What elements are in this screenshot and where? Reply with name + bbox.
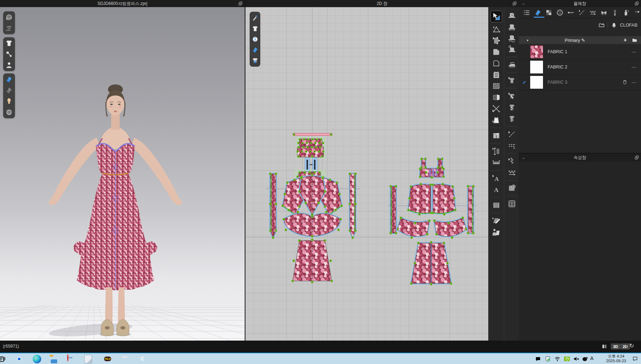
- texture-tool[interactable]: [507, 114, 516, 123]
- fabric-1-menu[interactable]: ⋯: [631, 49, 637, 55]
- topstitch-tab-icon[interactable]: [578, 9, 586, 16]
- fabric-texture-icon[interactable]: [5, 76, 13, 83]
- delete-fabric-icon[interactable]: [622, 79, 628, 85]
- notification-center-icon[interactable]: [632, 356, 638, 362]
- pattern-piece-side-strip-left[interactable]: [269, 173, 277, 239]
- quilting-tool[interactable]: [507, 199, 516, 208]
- zipper-tab-icon[interactable]: [611, 9, 619, 16]
- flattening-pen-tool[interactable]: [492, 216, 501, 225]
- needle-tool-icon[interactable]: [252, 15, 259, 21]
- edit-sewing-tool[interactable]: [507, 11, 516, 20]
- fabric-2-menu[interactable]: ⋯: [631, 64, 637, 70]
- object-browser-titlebar[interactable]: → 물체창: [519, 0, 641, 7]
- clofab-bell-icon[interactable]: [611, 22, 617, 28]
- spray-tab-icon[interactable]: [622, 9, 630, 16]
- garment-settings-icon[interactable]: [5, 24, 13, 32]
- lock-pattern-icon[interactable]: [252, 57, 259, 64]
- fabric-row-3[interactable]: ✓ FABRIC 3 ⋯: [519, 75, 641, 90]
- float-window-icon[interactable]: [238, 1, 243, 6]
- shirring-tab-icon[interactable]: [589, 9, 597, 16]
- split-view-icon[interactable]: [601, 343, 608, 349]
- pattern-piece-bodice-cluster-upper[interactable]: [296, 137, 326, 159]
- float-window-icon[interactable]: [512, 1, 517, 6]
- pattern-outline-tool[interactable]: [492, 116, 501, 125]
- add-pattern-tool[interactable]: [507, 184, 516, 193]
- avatar-3d[interactable]: [21, 82, 210, 338]
- scene-list-icon[interactable]: [523, 9, 531, 16]
- create-polygon-tool[interactable]: [492, 59, 501, 68]
- pattern-piece-skirt-center-front[interactable]: [298, 173, 326, 216]
- free-sewing-tool[interactable]: [507, 33, 516, 42]
- pattern-piece-back-bodice[interactable]: [419, 158, 445, 179]
- notepad-icon[interactable]: [84, 355, 92, 363]
- toolbar-scroll-arrows[interactable]: ◂ ▸: [635, 9, 640, 14]
- fabric-3-menu[interactable]: ⋯: [631, 79, 637, 85]
- pattern-piece-back-flounce-left[interactable]: [396, 217, 431, 239]
- fuse-iron-tool[interactable]: [507, 60, 516, 69]
- pattern-piece-back-skirt-panel-left[interactable]: [407, 183, 432, 216]
- tray-wifi-icon[interactable]: [554, 355, 561, 362]
- clofab-label[interactable]: CLOFAB: [620, 23, 637, 28]
- taskbar-clock[interactable]: 오후 4:24 2025-09-23: [600, 354, 632, 363]
- trim-bow-tab-icon[interactable]: [600, 9, 608, 16]
- taskbar-input-icon[interactable]: [0, 355, 6, 363]
- dock-arrow-icon[interactable]: →: [521, 1, 525, 6]
- property-window-header[interactable]: → 속성창: [519, 153, 641, 161]
- dart-tool[interactable]: [492, 93, 501, 102]
- pattern-piece-lower-skirt-back[interactable]: [410, 241, 452, 286]
- create-pattern-tool[interactable]: [492, 48, 501, 56]
- 3d-viewport[interactable]: [0, 7, 245, 341]
- simulation-cube-icon[interactable]: [5, 13, 13, 21]
- transform-pattern-tool[interactable]: [490, 11, 502, 22]
- float-window-icon[interactable]: [634, 155, 639, 160]
- show-avatar-icon[interactable]: [5, 61, 13, 69]
- edit-pattern-tool[interactable]: [492, 25, 501, 34]
- segment-sewing-tool[interactable]: [507, 22, 516, 31]
- fabric-group-header[interactable]: ▾ Primary ✎ +: [519, 36, 641, 44]
- add-text-tool[interactable]: [492, 185, 501, 194]
- pleats-tool[interactable]: [492, 201, 501, 210]
- 2d-pattern-canvas[interactable]: .sa{stroke:#8fc1e8;stroke-width:6;fill:n…: [245, 7, 488, 341]
- 2d-window-titlebar[interactable]: 2D 창: [245, 0, 519, 7]
- tray-volume-muted-icon[interactable]: [573, 355, 580, 362]
- flattening-avatar-tool[interactable]: [492, 228, 501, 237]
- ime-indicator[interactable]: A: [590, 355, 593, 361]
- view-3d-button[interactable]: 3D: [611, 343, 620, 349]
- texture-small-tool[interactable]: [507, 103, 516, 112]
- show-garment-2d-icon[interactable]: [252, 25, 259, 32]
- fabric-1-swatch[interactable]: [530, 45, 543, 58]
- refresh-icon[interactable]: ↻: [629, 342, 634, 349]
- environment-globe-icon[interactable]: [5, 109, 13, 116]
- float-window-icon[interactable]: [634, 1, 639, 6]
- fabric-3-swatch[interactable]: [530, 76, 543, 89]
- 3d-window-titlebar[interactable]: SDJD6600셔링원피스.zprj: [0, 0, 245, 7]
- buttonhole-tab-icon[interactable]: [567, 9, 575, 16]
- pin-tool-icon[interactable]: [5, 50, 13, 58]
- edit-texture-tool[interactable]: [507, 92, 516, 100]
- edit-topstitch-tool[interactable]: [507, 130, 516, 139]
- avatar-head-icon[interactable]: [5, 98, 13, 105]
- cut-cross-tool[interactable]: [492, 104, 501, 113]
- pattern-piece-waist-strip[interactable]: [293, 133, 332, 136]
- texture-tab-icon[interactable]: [545, 9, 553, 16]
- pattern-piece-back-flounce-right[interactable]: [433, 217, 468, 239]
- fabric-2-swatch[interactable]: [530, 61, 543, 73]
- detect-sewing-tool[interactable]: [507, 45, 516, 54]
- pattern-piece-back-strip-right[interactable]: [467, 185, 475, 235]
- edge-icon[interactable]: [33, 355, 41, 363]
- fabric-folder-icon[interactable]: [632, 37, 637, 43]
- pattern-piece-back-skirt-panel-right[interactable]: [432, 183, 457, 216]
- tray-nvidia-icon[interactable]: [564, 355, 570, 362]
- shirring-tool[interactable]: [507, 168, 516, 177]
- info-icon[interactable]: [252, 36, 259, 43]
- edit-text-tool[interactable]: [492, 174, 501, 183]
- edit-shirring-tool[interactable]: [507, 157, 516, 166]
- rename-pencil-icon[interactable]: ✎: [581, 38, 585, 43]
- edit-measure-tool[interactable]: [492, 147, 501, 156]
- tray-security-shield-icon[interactable]: [544, 355, 551, 362]
- fabric-tab-icon[interactable]: [534, 9, 542, 16]
- show-garment-icon[interactable]: [5, 39, 13, 47]
- fabric-mesh-icon[interactable]: [5, 87, 13, 94]
- tray-dish-icon[interactable]: [582, 355, 588, 362]
- pattern-piece-side-strip-right[interactable]: [349, 173, 357, 239]
